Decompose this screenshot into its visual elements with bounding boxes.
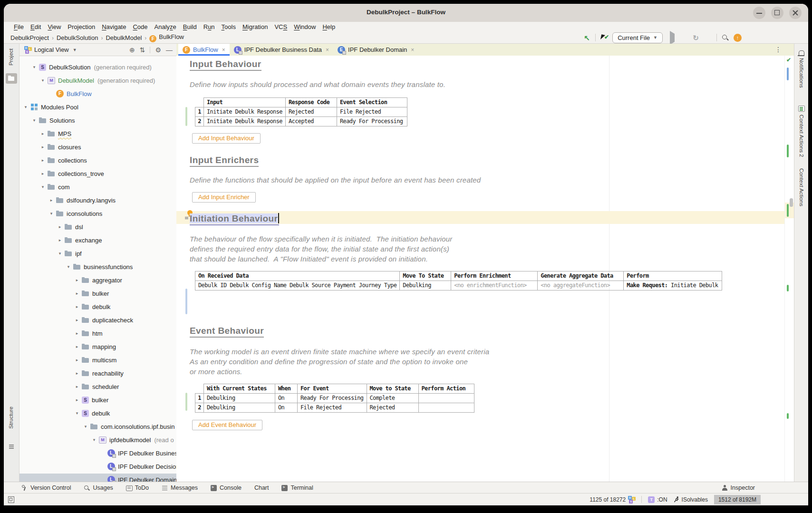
tool-stripe-notifications[interactable]: Notifications: [794, 50, 808, 88]
breadcrumb-item-bulkflow[interactable]: FBulkFlow: [149, 33, 184, 42]
chevron-right-icon[interactable]: ▸: [74, 318, 80, 322]
column-header-perform-action[interactable]: Perform Action: [418, 384, 474, 394]
run-config-selector[interactable]: Current File ▼: [612, 32, 663, 43]
tree-item-debulk[interactable]: ▸debulk: [19, 300, 176, 313]
tree-item-ipf-debulker-domain[interactable]: LIPF Debulker Domain: [19, 474, 176, 482]
tree-item-dslfoundry-langvis[interactable]: ▸dslfoundry.langvis: [19, 194, 176, 206]
menu-projection[interactable]: Projection: [64, 23, 98, 30]
editor-tab-ipf-debulker-business-data[interactable]: LIPF Debulker Business Data×: [230, 44, 333, 56]
search-icon[interactable]: [721, 34, 729, 42]
editor-tab-ipf-debulker-domain[interactable]: EIPF Debulker Domain×: [333, 44, 418, 56]
menu-view[interactable]: View: [44, 23, 64, 30]
section-title-event-behaviour[interactable]: Event Behaviour: [190, 326, 264, 338]
table-cell[interactable]: Debulking: [204, 403, 275, 413]
run-button[interactable]: [667, 34, 675, 42]
tree-item-debulk[interactable]: ▾Sdebulk: [19, 407, 176, 419]
chevron-right-icon[interactable]: ▸: [74, 344, 80, 349]
rerun-button[interactable]: ↻: [692, 34, 700, 42]
menu-file[interactable]: File: [10, 23, 27, 30]
chevron-right-icon[interactable]: ▸: [40, 171, 46, 176]
breadcrumb-item-debulksolution[interactable]: DebulkSolution: [57, 34, 98, 41]
debug-button[interactable]: [679, 34, 687, 42]
toolwindow-messages[interactable]: Messages: [162, 484, 198, 491]
section-title-input-behaviour[interactable]: Input Behaviour: [190, 59, 261, 71]
menu-analyze[interactable]: Analyze: [151, 23, 180, 30]
chevron-down-icon[interactable]: ▾: [23, 105, 29, 109]
caret-position-widget[interactable]: 1125 of 18272 DLS: [590, 496, 635, 503]
chevron-down-icon[interactable]: ▾: [66, 264, 71, 269]
chevron-down-icon[interactable]: ▾: [40, 184, 46, 189]
tree-item-bulkflow[interactable]: FBulkFlow: [19, 87, 176, 100]
locate-icon[interactable]: ⊕: [129, 46, 135, 54]
table-cell[interactable]: Ready For Processing: [298, 394, 367, 403]
column-header-response-code[interactable]: Response Code: [286, 98, 337, 107]
table-cell[interactable]: Debulking: [204, 394, 275, 403]
chevron-down-icon[interactable]: ▾: [31, 65, 37, 69]
chevron-right-icon[interactable]: ▸: [40, 145, 46, 149]
column-header-event-selection[interactable]: Event Selection: [337, 98, 407, 107]
menu-navigate[interactable]: Navigate: [98, 23, 129, 30]
table-cell[interactable]: On: [275, 403, 298, 413]
column-header-on-received-data[interactable]: On Received Data: [195, 271, 400, 281]
section-title-input-enrichers[interactable]: Input Enrichers: [190, 155, 259, 167]
cell-generate-aggregate-data[interactable]: <no aggregateFunction>: [538, 281, 624, 290]
project-tool-button[interactable]: [6, 73, 17, 84]
tree-item-debulksolution[interactable]: ▾SDebulkSolution(generation required): [19, 61, 176, 73]
table-cell[interactable]: On: [275, 394, 298, 403]
chevron-down-icon[interactable]: ▾: [48, 211, 54, 216]
table-cell[interactable]: File Rejected: [337, 107, 407, 117]
section-title-initiation-behaviour[interactable]: Initiation Behaviour: [190, 213, 279, 225]
collapse-all-icon[interactable]: ⇅: [140, 46, 145, 54]
column-header-when[interactable]: When: [275, 384, 298, 394]
gear-icon[interactable]: ⚙: [155, 46, 161, 54]
chevron-right-icon[interactable]: ▸: [74, 278, 80, 282]
table-cell[interactable]: Initiate Debulk Response: [204, 117, 286, 126]
column-header-for-event[interactable]: For Event: [298, 384, 367, 394]
tool-stripe-project[interactable]: Project: [8, 48, 14, 66]
table-cell[interactable]: [418, 394, 474, 403]
tree-item-duplicatecheck[interactable]: ▸duplicatecheck: [19, 314, 176, 326]
add-input-enricher-button[interactable]: Add Input Enricher: [192, 192, 256, 203]
chevron-down-icon[interactable]: ▾: [31, 118, 37, 123]
column-header-generate-aggregate-data[interactable]: Generate Aggregate Data: [538, 271, 624, 281]
scrollbar-thumb[interactable]: [790, 198, 793, 207]
minimize-button[interactable]: [753, 7, 765, 19]
hide-panel-icon[interactable]: —: [166, 46, 173, 54]
tree-item-htm[interactable]: ▸htm: [19, 327, 176, 339]
menu-migration[interactable]: Migration: [239, 23, 271, 30]
tree-item-businessfunctions[interactable]: ▾businessfunctions: [19, 261, 176, 273]
add-input-behaviour-button[interactable]: Add Input Behaviour: [192, 133, 261, 144]
table-cell[interactable]: Rejected: [286, 107, 337, 117]
tree-item-ipf[interactable]: ▾ipf: [19, 247, 176, 260]
chevron-right-icon[interactable]: ▸: [74, 291, 80, 296]
tree-item-exchange[interactable]: ▸exchange: [19, 234, 176, 246]
tree-item-iconsolutions[interactable]: ▾iconsolutions: [19, 207, 176, 220]
chevron-right-icon[interactable]: ▸: [48, 198, 54, 203]
menu-help[interactable]: Help: [319, 23, 338, 30]
tree-item-bulker[interactable]: ▸bulker: [19, 287, 176, 300]
column-header-with-current-states[interactable]: With Current States: [204, 384, 275, 394]
add-event-behaviour-button[interactable]: Add Event Behaviour: [192, 420, 262, 430]
tree-item-debulkmodel[interactable]: ▾MDebulkModel(generation required): [19, 74, 176, 87]
chevron-down-icon[interactable]: ▾: [74, 411, 80, 416]
editor-scrollbar[interactable]: ✔: [784, 56, 794, 482]
chevron-down-icon[interactable]: ▾: [91, 437, 97, 442]
tool-stripe-context-actions-2[interactable]: Context Actions 2: [794, 106, 808, 157]
update-icon[interactable]: ↑: [734, 34, 742, 42]
tree-item-modules-pool[interactable]: ▾Modules Pool: [19, 101, 176, 113]
breadcrumb-item-debulkproject[interactable]: DebulkProject: [10, 34, 49, 41]
chevron-right-icon[interactable]: ▸: [74, 331, 80, 336]
tree-item-com-iconsolutions-ipf-busin[interactable]: ▾com.iconsolutions.ipf.busin: [19, 420, 176, 433]
chevron-right-icon[interactable]: ▸: [40, 158, 46, 163]
cursor-check-icon[interactable]: ✔: [600, 34, 608, 42]
menu-window[interactable]: Window: [290, 23, 319, 30]
tab-close-icon[interactable]: ×: [326, 47, 329, 53]
revert-arrow-icon[interactable]: ↖: [583, 34, 591, 42]
chevron-down-icon[interactable]: ▼: [73, 48, 77, 52]
chevron-down-icon[interactable]: ▾: [57, 251, 63, 256]
tree-item-dsl[interactable]: ▸dsl: [19, 221, 176, 233]
toolwindow-inspector[interactable]: Inspector: [722, 484, 755, 491]
tree-item-scheduler[interactable]: ▸scheduler: [19, 380, 176, 393]
tool-stripe-context-actions[interactable]: Context Actions: [794, 168, 808, 206]
transform-toggle-widget[interactable]: T :ON: [648, 496, 667, 503]
